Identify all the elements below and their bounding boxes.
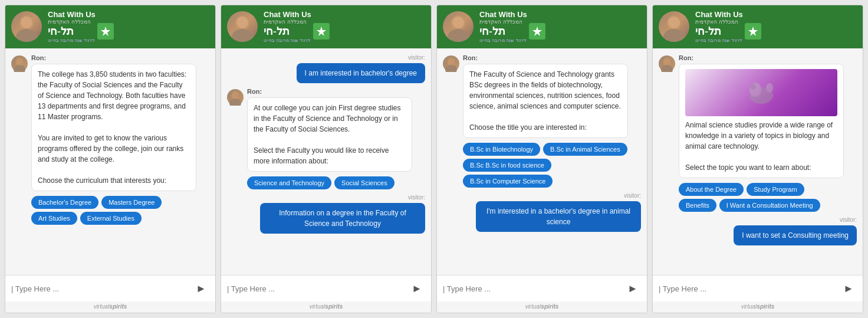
visitor-bubble-4: I want to set a Consulting meeting xyxy=(734,225,857,245)
bot-content: Ron: The college has 3,850 students in t… xyxy=(31,54,196,225)
chat-header-2: Chat With Us המכללה האקדמית תל-חי לרגל ש… xyxy=(221,5,431,48)
animal-sciences-btn[interactable]: B.Sc in Animal Sciences xyxy=(543,143,627,156)
chat-footer-2: ► xyxy=(221,275,431,301)
social-sciences-btn[interactable]: Social Sciences xyxy=(334,176,394,189)
header-logo: המכללה האקדמית תל-חי לרגל שנה מרובה בחיי… xyxy=(695,19,761,44)
bot-message-row-4: Ron: Animal science studies provide a wi… xyxy=(659,54,857,212)
svg-point-1 xyxy=(16,29,37,42)
avatar xyxy=(659,11,689,42)
button-group-1: Bachelor's Degree Masters Degree Art Stu… xyxy=(31,196,196,225)
bachelors-degree-btn[interactable]: Bachelor's Degree xyxy=(31,196,98,209)
bot-sender: Ron: Animal science studies provide a wi… xyxy=(659,54,844,212)
footer-brand-3: virtualspirits xyxy=(437,301,647,313)
header-logo: המכללה האקדמית תל-חי לרגל שנה מרובה בחיי… xyxy=(264,19,330,44)
chat-body-1: Ron: The college has 3,850 students in t… xyxy=(5,48,215,275)
visitor-message-row-bottom: visitor: Information on a degree in the … xyxy=(227,194,425,234)
svg-point-17 xyxy=(668,17,680,28)
button-group-4: About the Degree Study Program Benefits … xyxy=(679,183,844,212)
svg-point-13 xyxy=(448,58,455,66)
footer-brand-2: virtualspirits xyxy=(221,301,431,313)
chat-body-3: Ron: The Faculty of Science and Technolo… xyxy=(437,48,647,275)
bot-bubble: The Faculty of Science and Technology gr… xyxy=(463,64,628,138)
chat-input-4[interactable] xyxy=(659,284,836,293)
svg-point-18 xyxy=(663,58,670,66)
footer-brand-4: virtualspirits xyxy=(653,301,863,313)
bot-content: Ron: At our college you can join First d… xyxy=(247,88,412,189)
benefits-btn[interactable]: Benefits xyxy=(679,199,716,212)
svg-point-14 xyxy=(445,65,457,72)
bot-message-row: Ron: The college has 3,850 students in t… xyxy=(11,54,209,225)
bot-sender: Ron: The college has 3,850 students in t… xyxy=(11,54,196,225)
send-button-3[interactable]: ► xyxy=(624,280,641,297)
consultation-btn[interactable]: I Want a Consultation Meeting xyxy=(719,199,820,212)
visitor-message-row-top: visitor: I am interested in bachelor's d… xyxy=(227,54,425,83)
chat-header-1: Chat With Us המכללה האקדמית תל-חי לרגל ש… xyxy=(5,5,215,48)
chat-window-3: Chat With Us המכללה האקדמית תל-חי לרגל ש… xyxy=(436,5,647,313)
send-button-4[interactable]: ► xyxy=(840,280,857,297)
art-studies-btn[interactable]: Art Studies xyxy=(31,212,77,225)
biotechnology-btn[interactable]: B.Sc in Biotechnology xyxy=(463,143,540,156)
external-studies-btn[interactable]: External Studies xyxy=(80,212,142,225)
visitor-message-row-3: visitor: I'm interested in a bachelor's … xyxy=(443,192,641,232)
food-science-btn[interactable]: B.Sc B.Sc in food science xyxy=(463,159,551,172)
visitor-label-3: visitor: xyxy=(624,192,641,199)
computer-science-btn[interactable]: B.Sc in Computer Science xyxy=(463,175,553,188)
chat-header-4: Chat With Us המכללה האקדמית תל-חי לרגל ש… xyxy=(653,5,863,48)
visitor-label: visitor: xyxy=(408,54,425,61)
logo-icon xyxy=(529,23,545,40)
study-program-btn[interactable]: Study Program xyxy=(747,183,804,196)
science-technology-btn[interactable]: Science and Technology xyxy=(247,176,331,189)
avatar-img xyxy=(11,11,42,42)
avatar-img xyxy=(659,11,689,42)
bot-bubble-with-image: Animal science studies provide a wide ra… xyxy=(679,64,844,178)
avatar-img xyxy=(227,11,258,42)
visitor-bubble-top: I am interested in bachelor's degree xyxy=(297,63,425,83)
logo-text: המכללה האקדמית תל-חי לרגל שנה מרובה בחיי… xyxy=(479,19,527,44)
bot-content: Ron: The Faculty of Science and Technolo… xyxy=(463,54,628,188)
chat-with-us-label: Chat With Us xyxy=(48,10,114,19)
svg-point-3 xyxy=(16,58,23,66)
chat-window-1: Chat With Us המכללה האקדמית תל-חי לרגל ש… xyxy=(5,5,216,313)
svg-point-8 xyxy=(232,91,239,100)
avatar xyxy=(443,11,474,42)
svg-point-12 xyxy=(452,17,464,28)
masters-degree-btn[interactable]: Masters Degree xyxy=(101,196,162,209)
animal-image xyxy=(685,69,837,116)
chat-input-1[interactable] xyxy=(11,284,188,293)
logo-icon xyxy=(313,23,330,40)
chat-input-3[interactable] xyxy=(443,284,620,293)
logo-icon xyxy=(745,23,761,40)
avatar-img xyxy=(443,11,474,42)
bot-bubble: At our college you can join First degree… xyxy=(247,97,412,172)
button-group-3: B.Sc in Biotechnology B.Sc in Animal Sci… xyxy=(463,143,628,188)
bot-message-row-3: Ron: The Faculty of Science and Technolo… xyxy=(443,54,641,188)
logo-text: המכללה האקדמית תל-חי לרגל שנה מרובה בחיי… xyxy=(48,19,95,44)
header-text-4: Chat With Us המכללה האקדמית תל-חי לרגל ש… xyxy=(695,10,761,44)
chat-window-2: Chat With Us המכללה האקדמית תל-חי לרגל ש… xyxy=(221,5,432,313)
chat-body-2: visitor: I am interested in bachelor's d… xyxy=(221,48,431,275)
bot-sender: Ron: The Faculty of Science and Technolo… xyxy=(443,54,628,188)
bot-avatar xyxy=(443,55,459,72)
logo-text: המכללה האקדמית תל-חי לרגל שנה מרובה בחיי… xyxy=(264,19,311,44)
bot-name: Ron: xyxy=(463,54,628,61)
send-button-2[interactable]: ► xyxy=(409,280,425,297)
logo-icon xyxy=(97,23,114,40)
svg-point-2 xyxy=(21,17,32,28)
visitor-label-4: visitor: xyxy=(840,217,857,223)
button-group-2: Science and Technology Social Sciences xyxy=(247,176,412,189)
visitor-message-row-4: visitor: I want to set a Consulting meet… xyxy=(659,217,857,245)
chat-footer-1: ► xyxy=(5,275,215,301)
header-logo: המכללה האקדמית תל-חי לרגל שנה מרובה בחיי… xyxy=(48,19,114,44)
chat-input-2[interactable] xyxy=(227,284,404,293)
svg-point-19 xyxy=(661,65,673,72)
about-degree-btn[interactable]: About the Degree xyxy=(679,183,744,196)
send-button-1[interactable]: ► xyxy=(193,280,209,297)
chat-with-us-label: Chat With Us xyxy=(479,10,545,19)
bot-content: Ron: Animal science studies provide a wi… xyxy=(679,54,844,212)
visitor-label-2: visitor: xyxy=(408,194,425,201)
logo-text: המכללה האקדמית תל-חי לרגל שנה מרובה בחיי… xyxy=(695,19,742,44)
svg-point-4 xyxy=(14,65,25,72)
bot-avatar xyxy=(11,55,28,72)
chat-with-us-label: Chat With Us xyxy=(264,10,330,19)
bot-bubble: The college has 3,850 students in two fa… xyxy=(31,64,196,191)
